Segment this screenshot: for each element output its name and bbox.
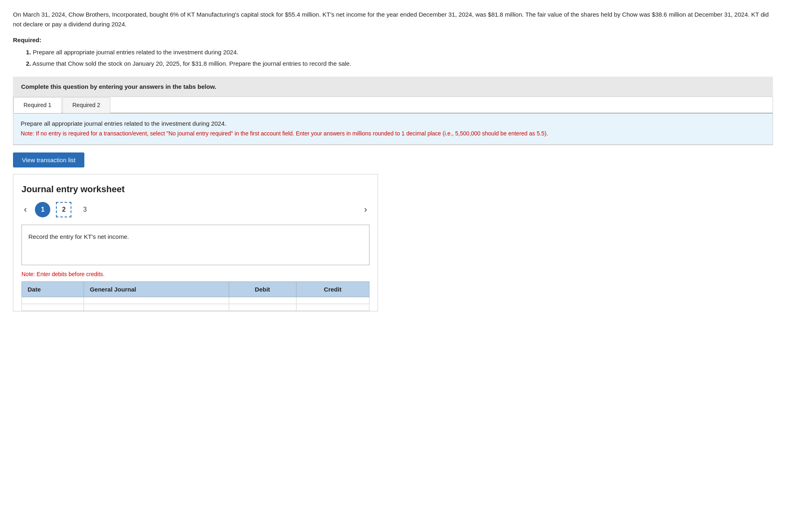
worksheet-title: Journal entry worksheet bbox=[21, 184, 369, 195]
tab-content-area: Prepare all appropriate journal entries … bbox=[13, 114, 773, 145]
entry-debit-note: Note: Enter debits before credits. bbox=[21, 271, 369, 277]
col-general-journal: General Journal bbox=[84, 282, 229, 297]
entry-num-2[interactable]: 2 bbox=[56, 202, 71, 217]
cell-date[interactable] bbox=[22, 304, 84, 311]
tabs-header: Required 1 Required 2 bbox=[13, 97, 773, 114]
cell-date[interactable] bbox=[22, 297, 84, 304]
required-item-1-text: Prepare all appropriate journal entries … bbox=[33, 49, 238, 56]
required-item-1-num: 1. bbox=[26, 49, 31, 56]
col-date: Date bbox=[22, 282, 84, 297]
table-row bbox=[22, 297, 369, 304]
journal-table: Date General Journal Debit Credit bbox=[21, 281, 369, 311]
entry-navigation: ‹ 1 2 3 › bbox=[21, 202, 369, 217]
view-transaction-list-button[interactable]: View transaction list bbox=[13, 152, 84, 167]
intro-text: On March 31, 2024, Chow Brothers, Incorp… bbox=[13, 10, 773, 29]
cell-credit[interactable] bbox=[296, 297, 369, 304]
tab-required-1[interactable]: Required 1 bbox=[13, 97, 62, 113]
entry-description-text: Record the entry for KT's net income. bbox=[28, 233, 129, 240]
next-arrow[interactable]: › bbox=[362, 204, 369, 215]
entry-num-1[interactable]: 1 bbox=[35, 202, 50, 217]
cell-credit[interactable] bbox=[296, 304, 369, 311]
cell-debit[interactable] bbox=[229, 304, 296, 311]
cell-general-journal[interactable] bbox=[84, 304, 229, 311]
tab-required-2[interactable]: Required 2 bbox=[62, 97, 111, 113]
required-item-2-num: 2. bbox=[26, 60, 31, 67]
table-body bbox=[22, 297, 369, 311]
table-header-row: Date General Journal Debit Credit bbox=[22, 282, 369, 297]
worksheet-container: Journal entry worksheet ‹ 1 2 3 › Record… bbox=[13, 174, 378, 311]
required-item-2: 2. Assume that Chow sold the stock on Ja… bbox=[26, 59, 773, 69]
required-label: Required: bbox=[13, 36, 773, 43]
required-list: 1. Prepare all appropriate journal entri… bbox=[26, 47, 773, 69]
col-credit: Credit bbox=[296, 282, 369, 297]
cell-debit[interactable] bbox=[229, 297, 296, 304]
table-row bbox=[22, 304, 369, 311]
instruction-box: Complete this question by entering your … bbox=[13, 77, 773, 97]
entry-num-3[interactable]: 3 bbox=[77, 202, 92, 217]
required-item-2-text: Assume that Chow sold the stock on Janua… bbox=[32, 60, 351, 67]
tab-note: Note: If no entry is required for a tran… bbox=[21, 129, 765, 138]
col-debit: Debit bbox=[229, 282, 296, 297]
tabs-container: Required 1 Required 2 Prepare all approp… bbox=[13, 97, 773, 145]
prev-arrow[interactable]: ‹ bbox=[21, 204, 29, 215]
required-item-1: 1. Prepare all appropriate journal entri… bbox=[26, 47, 773, 57]
instruction-box-text: Complete this question by entering your … bbox=[21, 83, 216, 90]
tab-main-text: Prepare all appropriate journal entries … bbox=[21, 120, 765, 127]
entry-description-box: Record the entry for KT's net income. bbox=[21, 225, 369, 265]
cell-general-journal[interactable] bbox=[84, 297, 229, 304]
